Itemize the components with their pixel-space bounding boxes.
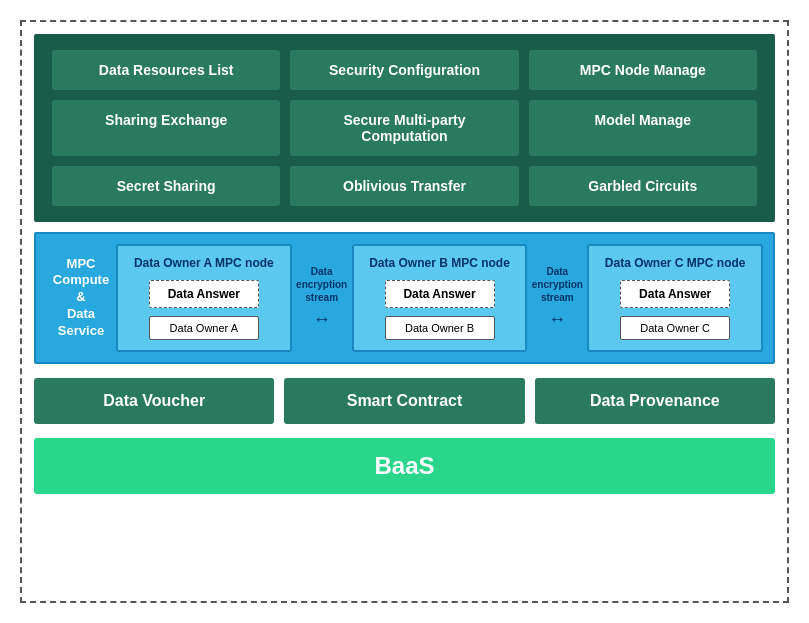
nodes-area: Data Owner A MPC node Data Answer Data O…: [116, 244, 763, 352]
box-oblivious-transfer[interactable]: Oblivious Transfer: [290, 166, 518, 206]
baas-section: BaaS: [34, 438, 775, 494]
box-data-resources[interactable]: Data Resources List: [52, 50, 280, 90]
btn-smart-contract[interactable]: Smart Contract: [284, 378, 524, 424]
node-c-data-owner: Data Owner C: [620, 316, 730, 340]
mpc-node-b: Data Owner B MPC node Data Answer Data O…: [352, 244, 528, 352]
node-a-title: Data Owner A MPC node: [134, 256, 274, 272]
box-mpc-node-manage[interactable]: MPC Node Manage: [529, 50, 757, 90]
baas-label: BaaS: [374, 452, 434, 479]
mpc-node-a: Data Owner A MPC node Data Answer Data O…: [116, 244, 292, 352]
mpc-service-label: MPCCompute&DataService: [46, 244, 116, 352]
main-container: Data Resources List Security Configurati…: [20, 20, 789, 603]
node-b-data-owner: Data Owner B: [385, 316, 495, 340]
arrow-ab: ↔: [313, 308, 331, 331]
mpc-node-c: Data Owner C MPC node Data Answer Data O…: [587, 244, 763, 352]
node-a-data-owner: Data Owner A: [149, 316, 259, 340]
top-section: Data Resources List Security Configurati…: [34, 34, 775, 222]
box-security-config[interactable]: Security Configuration: [290, 50, 518, 90]
stream-bc: Dataencryptionstream ↔: [527, 265, 587, 331]
middle-section: MPCCompute&DataService Data Owner A MPC …: [34, 232, 775, 364]
node-b-data-answer: Data Answer: [385, 280, 495, 308]
node-c-data-answer: Data Answer: [620, 280, 730, 308]
node-b-title: Data Owner B MPC node: [369, 256, 510, 272]
btn-data-voucher[interactable]: Data Voucher: [34, 378, 274, 424]
box-secure-multiparty[interactable]: Secure Multi-party Computation: [290, 100, 518, 156]
box-sharing-exchange[interactable]: Sharing Exchange: [52, 100, 280, 156]
box-secret-sharing[interactable]: Secret Sharing: [52, 166, 280, 206]
node-c-title: Data Owner C MPC node: [605, 256, 746, 272]
stream-ab: Dataencryptionstream ↔: [292, 265, 352, 331]
btn-data-provenance[interactable]: Data Provenance: [535, 378, 775, 424]
arrow-bc: ↔: [548, 308, 566, 331]
box-garbled-circuits[interactable]: Garbled Circuits: [529, 166, 757, 206]
box-model-manage[interactable]: Model Manage: [529, 100, 757, 156]
bottom-buttons: Data Voucher Smart Contract Data Provena…: [34, 374, 775, 428]
node-a-data-answer: Data Answer: [149, 280, 259, 308]
